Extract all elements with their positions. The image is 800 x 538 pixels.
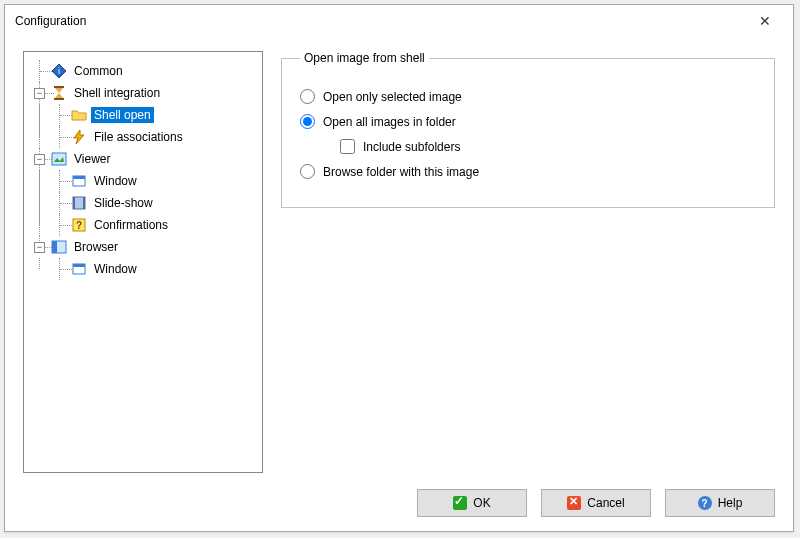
tree-item-confirmations[interactable]: ? Confirmations — [50, 214, 256, 236]
tree-item-viewer-window[interactable]: Window — [50, 170, 256, 192]
tree-item-viewer[interactable]: − Viewer — [30, 148, 256, 170]
tree-item-common[interactable]: i Common — [30, 60, 256, 82]
window-title: Configuration — [15, 14, 745, 28]
svg-text:i: i — [58, 66, 60, 76]
radio-label: Browse folder with this image — [323, 165, 479, 179]
svg-rect-19 — [73, 264, 85, 267]
tree-label: Confirmations — [91, 217, 171, 233]
diamond-icon: i — [51, 63, 67, 79]
tree-label: Common — [71, 63, 126, 79]
svg-rect-17 — [52, 241, 57, 253]
checkbox-label: Include subfolders — [363, 140, 460, 154]
cancel-button[interactable]: Cancel — [541, 489, 651, 517]
close-icon: ✕ — [759, 13, 771, 29]
help-icon: ? — [698, 496, 712, 510]
tree-label: Window — [91, 261, 140, 277]
button-bar: OK Cancel ? Help — [5, 479, 793, 531]
tree-label: Browser — [71, 239, 121, 255]
svg-rect-12 — [73, 197, 75, 209]
window-icon — [71, 261, 87, 277]
check-icon — [453, 496, 467, 510]
tree-label: Viewer — [71, 151, 113, 167]
collapse-icon[interactable]: − — [34, 242, 45, 253]
lightning-icon — [71, 129, 87, 145]
tree-label: Shell open — [91, 107, 154, 123]
tree-label: Slide-show — [91, 195, 156, 211]
button-label: OK — [473, 496, 490, 510]
content-area: i Common − Shell integration — [5, 37, 793, 479]
tree-item-browser-window[interactable]: Window — [50, 258, 256, 280]
close-button[interactable]: ✕ — [745, 7, 785, 35]
x-icon — [567, 496, 581, 510]
hourglass-icon — [51, 85, 67, 101]
open-image-groupbox: Open image from shell Open only selected… — [281, 51, 775, 208]
picture-icon — [51, 151, 67, 167]
checkbox-include-subfolders[interactable]: Include subfolders — [340, 139, 756, 154]
collapse-icon[interactable]: − — [34, 88, 45, 99]
tree-item-shell-open[interactable]: Shell open — [50, 104, 256, 126]
question-icon: ? — [71, 217, 87, 233]
svg-rect-13 — [83, 197, 85, 209]
tree-label: Shell integration — [71, 85, 163, 101]
category-tree-panel: i Common − Shell integration — [23, 51, 263, 473]
ok-button[interactable]: OK — [417, 489, 527, 517]
svg-marker-4 — [55, 88, 63, 93]
tree-label: File associations — [91, 129, 186, 145]
radio-label: Open only selected image — [323, 90, 462, 104]
svg-text:?: ? — [76, 220, 82, 231]
layout-icon — [51, 239, 67, 255]
groupbox-legend: Open image from shell — [300, 51, 429, 65]
svg-marker-6 — [74, 130, 84, 144]
settings-panel: Open image from shell Open only selected… — [281, 51, 775, 473]
button-label: Cancel — [587, 496, 624, 510]
tree-item-file-associations[interactable]: File associations — [50, 126, 256, 148]
svg-rect-10 — [73, 176, 85, 179]
button-label: Help — [718, 496, 743, 510]
tree-item-shell-integration[interactable]: − Shell integration — [30, 82, 256, 104]
svg-rect-2 — [54, 86, 64, 88]
checkbox-input[interactable] — [340, 139, 355, 154]
radio-input[interactable] — [300, 164, 315, 179]
svg-rect-3 — [54, 98, 64, 100]
tree-item-browser[interactable]: − Browser — [30, 236, 256, 258]
dialog-window: Configuration ✕ i Common — [4, 4, 794, 532]
svg-rect-7 — [52, 153, 66, 165]
film-icon — [71, 195, 87, 211]
radio-label: Open all images in folder — [323, 115, 456, 129]
help-button[interactable]: ? Help — [665, 489, 775, 517]
window-icon — [71, 173, 87, 189]
radio-browse-folder-with-image[interactable]: Browse folder with this image — [300, 164, 756, 179]
tree-label: Window — [91, 173, 140, 189]
radio-open-only-selected[interactable]: Open only selected image — [300, 89, 756, 104]
tree-item-slide-show[interactable]: Slide-show — [50, 192, 256, 214]
radio-input[interactable] — [300, 89, 315, 104]
radio-open-all-in-folder[interactable]: Open all images in folder — [300, 114, 756, 129]
svg-marker-5 — [55, 93, 63, 98]
titlebar: Configuration ✕ — [5, 5, 793, 37]
collapse-icon[interactable]: − — [34, 154, 45, 165]
category-tree[interactable]: i Common − Shell integration — [30, 60, 256, 280]
radio-input[interactable] — [300, 114, 315, 129]
folder-open-icon — [71, 107, 87, 123]
